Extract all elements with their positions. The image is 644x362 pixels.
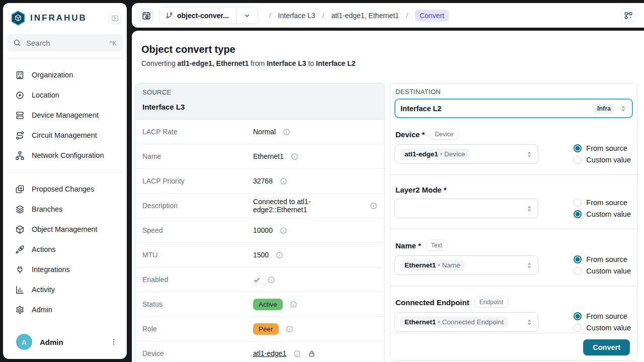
git-branch-icon — [166, 12, 173, 19]
sidebar-item-label: Organization — [32, 71, 73, 79]
attribute-value: 10000 — [253, 226, 273, 234]
sidebar-item-object-management[interactable]: Object Management — [3, 219, 127, 239]
field-label: Name * — [395, 241, 421, 250]
from-source-radio[interactable]: From source — [574, 144, 631, 152]
page-title: Object convert type — [141, 44, 634, 55]
info-icon[interactable] — [293, 350, 301, 357]
field-kind-badge: Device — [430, 129, 458, 140]
radio-icon — [574, 255, 582, 263]
chevrons-up-down-icon — [526, 262, 533, 269]
field-label: Layer2 Mode * — [395, 186, 447, 194]
custom-value-radio[interactable]: Custom value — [574, 210, 631, 218]
status-badge: Active — [253, 299, 283, 310]
source-row-speed: Speed 10000 — [135, 218, 384, 242]
from-source-radio[interactable]: From source — [574, 255, 631, 263]
actions-icon — [15, 245, 25, 254]
namespace-badge: Infra — [593, 104, 615, 114]
sidebar-item-label: Network Configuration — [32, 151, 104, 159]
user-row[interactable]: A Admin — [3, 330, 127, 354]
radio-icon — [574, 210, 582, 218]
sidebar-item-branches[interactable]: Branches — [3, 199, 127, 219]
chevrons-up-down-icon — [620, 105, 627, 112]
avatar: A — [16, 334, 32, 350]
sidebar-item-network-configuration[interactable]: Network Configuration — [3, 145, 127, 165]
sidebar-item-integrations[interactable]: Integrations — [3, 259, 127, 280]
sidebar-item-label: Location — [32, 91, 59, 99]
attribute-label: LACP Priority — [142, 177, 253, 185]
value-source-radios: From source Custom value — [574, 255, 633, 275]
attribute-label: Name — [142, 152, 253, 160]
sidebar-item-admin[interactable]: Admin — [3, 300, 127, 320]
device-select[interactable]: atl1-edge1 • Device — [394, 144, 538, 164]
info-icon[interactable] — [276, 251, 283, 259]
destination-type-select[interactable]: Interface L2 Infra — [394, 99, 633, 118]
convert-button[interactable]: Convert — [583, 339, 630, 355]
network-configuration-icon — [15, 151, 25, 160]
sidebar-item-label: Proposed Changes — [32, 185, 94, 193]
source-type: Interface L3 — [142, 103, 377, 111]
info-icon[interactable] — [290, 301, 297, 308]
sidebar-item-label: Integrations — [32, 265, 70, 274]
attribute-value: Normal — [253, 128, 276, 136]
value-source-radios: From source Custom value — [574, 144, 633, 164]
chevrons-up-down-icon — [526, 319, 533, 326]
attribute-label: Role — [142, 325, 253, 333]
custom-value-radio[interactable]: Custom value — [574, 156, 631, 164]
sidebar-item-proposed-changes[interactable]: Proposed Changes — [3, 179, 127, 199]
info-icon[interactable] — [280, 177, 287, 185]
destination-field-device: Device * Device atl1-edge1 • Device From… — [394, 129, 633, 175]
attribute-label: Speed — [142, 226, 253, 234]
sidebar-item-label: Admin — [32, 306, 52, 314]
sidebar-collapse-button[interactable] — [109, 12, 121, 24]
info-icon[interactable] — [286, 325, 293, 333]
info-icon[interactable] — [268, 276, 275, 284]
branch-selector[interactable]: object-conver... — [159, 7, 258, 24]
source-panel: SOURCE Interface L3 LACP Rate Normal Nam… — [135, 83, 385, 362]
user-name: Admin — [40, 338, 101, 346]
radio-icon — [574, 144, 582, 152]
search-input[interactable]: Search ^K — [7, 34, 123, 51]
sidebar-item-location[interactable]: Location — [3, 85, 127, 105]
source-panel-header: SOURCE Interface L3 — [135, 83, 384, 119]
attribute-label: Status — [142, 300, 253, 308]
sidebar-item-device-management[interactable]: Device Management — [3, 105, 127, 125]
info-icon[interactable] — [291, 153, 298, 160]
from-source-radio[interactable]: From source — [574, 312, 631, 320]
radio-icon — [574, 267, 582, 275]
sidebar-item-activity[interactable]: Activity — [3, 280, 127, 300]
breadcrumb-item-interface-l3[interactable]: Interface L3 — [278, 12, 315, 20]
info-icon[interactable] — [370, 202, 377, 210]
organization-icon — [15, 70, 25, 80]
time-travel-button[interactable] — [139, 8, 154, 23]
breadcrumb-item-convert[interactable]: Convert — [415, 10, 449, 22]
user-menu-kebab-icon[interactable] — [109, 336, 119, 348]
sidebar-item-actions[interactable]: Actions — [3, 239, 127, 259]
schema-visualizer-button[interactable] — [621, 8, 636, 23]
sidebar-item-label: Actions — [32, 245, 56, 253]
attribute-value: 32768 — [253, 177, 273, 185]
convert-row: Convert — [390, 333, 637, 355]
connected-endpoint-select[interactable]: Ethernet1 • Connected Endpoint — [394, 312, 538, 332]
main-content: Object convert type Converting atl1-edge… — [132, 31, 644, 362]
custom-value-radio[interactable]: Custom value — [574, 324, 631, 332]
info-icon[interactable] — [280, 227, 287, 234]
custom-value-radio[interactable]: Custom value — [574, 267, 631, 275]
value-source-radios: From source Custom value — [574, 199, 633, 218]
chevrons-up-down-icon — [526, 205, 533, 212]
layer2-mode-select[interactable] — [394, 199, 538, 218]
breadcrumb: /Interface L3/atl1-edge1, Ethernet1/Conv… — [269, 10, 449, 22]
role-badge: Peer — [253, 323, 279, 335]
name-select[interactable]: Ethernet1 • Name — [394, 255, 538, 275]
device-link[interactable]: atl1-edge1 — [253, 349, 286, 357]
radio-icon — [574, 156, 582, 164]
sidebar-item-organization[interactable]: Organization — [3, 65, 127, 85]
infrahub-logo-icon — [10, 10, 26, 26]
info-icon[interactable] — [283, 128, 290, 136]
search-placeholder: Search — [26, 39, 104, 47]
attribute-label: MTU — [142, 251, 253, 259]
from-source-radio[interactable]: From source — [574, 199, 631, 207]
sidebar-item-circuit-management[interactable]: Circuit Management — [3, 125, 127, 145]
topbar: object-conver... /Interface L3/atl1-edge… — [132, 3, 644, 28]
search-shortcut: ^K — [109, 39, 117, 47]
breadcrumb-item-atl1-edge1-ethernet1[interactable]: atl1-edge1, Ethernet1 — [331, 12, 399, 20]
